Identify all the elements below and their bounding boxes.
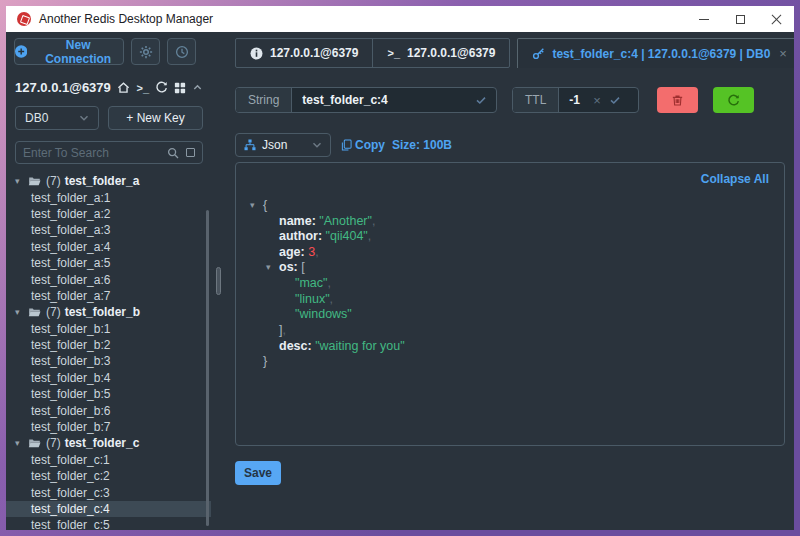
exact-match-checkbox[interactable] [186,148,195,157]
tree-key-item[interactable]: test_folder_c:3 [6,484,211,500]
json-token-string: "qii404" [326,229,368,243]
tree-folder-item[interactable]: ▾(7)test_folder_c [6,435,211,451]
tab-close-button[interactable]: × [779,46,787,61]
tab-label: test_folder_c:4 | 127.0.0.1@6379 | DB0 [552,47,770,61]
json-token-key: age [279,245,301,259]
folder-name: test_folder_c [65,436,140,450]
key-rename-confirm-button[interactable] [475,94,487,106]
json-token-key: author [279,229,318,243]
tree-key-item[interactable]: test_folder_c:2 [6,468,211,484]
tree-key-item[interactable]: test_folder_c:5 [6,517,211,530]
info-icon [250,47,263,60]
terminal-button[interactable]: >_ [136,82,149,94]
key-name-label: test_folder_a:4 [31,240,110,254]
json-token-comma: , [368,229,371,243]
collapse-all-button[interactable]: Collapse All [701,172,769,186]
key-name-label: test_folder_a:3 [31,223,110,237]
save-button[interactable]: Save [235,461,281,485]
chevron-down-icon [79,113,89,123]
key-name-label: test_folder_b:1 [31,322,110,336]
json-collapse-toggle-icon[interactable]: ▾ [250,198,263,214]
connection-header[interactable]: 127.0.0.1@6379 >_ [15,80,203,95]
copy-value-button[interactable]: Copy [341,138,385,152]
check-icon [475,94,487,106]
new-connection-button[interactable]: New Connection [14,38,124,65]
tree-folder-item[interactable]: ▾(7)test_folder_b [6,304,211,320]
json-line: desc: "waiting for you" [250,339,770,355]
new-key-button[interactable]: + New Key [108,106,203,130]
close-button[interactable] [758,6,794,32]
key-type-label: String [236,88,292,112]
ttl-clear-button[interactable]: × [593,94,601,107]
key-name-label: test_folder_c:3 [31,486,110,500]
tree-key-item[interactable]: test_folder_a:4 [6,239,211,255]
reload-key-button[interactable] [713,87,754,113]
ttl-input[interactable] [559,88,593,112]
caret-down-icon[interactable]: ▾ [15,307,28,317]
key-name-label: test_folder_b:4 [31,371,110,385]
tree-key-item[interactable]: test_folder_c:4 [6,501,211,517]
key-name-input[interactable] [292,88,475,112]
folder-name: test_folder_a [65,174,140,188]
json-token-comma: , [282,323,285,337]
collapse-connection-button[interactable] [192,82,203,93]
caret-down-icon[interactable]: ▾ [15,176,28,186]
minimize-icon [699,19,709,20]
sidebar-scrollbar-thumb[interactable] [206,210,209,526]
tree-key-item[interactable]: test_folder_b:2 [6,337,211,353]
settings-button[interactable] [131,38,160,65]
tree-key-item[interactable]: test_folder_c:1 [6,452,211,468]
tree-key-item[interactable]: test_folder_a:3 [6,222,211,238]
folder-icon [28,306,41,319]
minimize-button[interactable] [686,6,722,32]
grid-view-button[interactable] [174,82,186,94]
clock-icon [175,45,189,59]
json-token-string: "waiting for you" [315,339,404,353]
history-button[interactable] [167,38,196,65]
value-format-select[interactable]: Json [235,133,331,157]
json-token-key: desc [279,339,308,353]
titlebar: Another Redis Desktop Manager [6,6,794,32]
key-name-label: test_folder_c:2 [31,469,110,483]
tree-key-item[interactable]: test_folder_a:2 [6,206,211,222]
tab-connection-status[interactable]: 127.0.0.1@6379 [236,39,372,67]
search-input[interactable] [23,146,167,160]
ttl-confirm-button[interactable] [609,94,621,106]
tree-key-item[interactable]: test_folder_a:5 [6,255,211,271]
close-icon [771,14,782,25]
tree-key-item[interactable]: test_folder_b:6 [6,402,211,418]
tree-key-item[interactable]: test_folder_b:5 [6,386,211,402]
tab-cli[interactable]: >_ 127.0.0.1@6379 [372,39,509,67]
key-name-label: test_folder_b:7 [31,420,110,434]
tree-key-item[interactable]: test_folder_b:1 [6,321,211,337]
tree-folder-item[interactable]: ▾(7)test_folder_a [6,173,211,189]
splitter-drag-handle[interactable] [216,267,221,295]
json-token-string: "windows" [295,307,352,321]
key-name-label: test_folder_b:3 [31,354,110,368]
tree-key-item[interactable]: test_folder_a:1 [6,189,211,205]
tree-key-item[interactable]: test_folder_a:6 [6,271,211,287]
tab-key-detail[interactable]: test_folder_c:4 | 127.0.0.1@6379 | DB0 × [517,38,794,68]
key-name-field: String [235,87,497,113]
tree-key-item[interactable]: test_folder_b:3 [6,353,211,369]
caret-down-icon[interactable]: ▾ [15,438,28,448]
json-line: "windows" [250,307,770,323]
trash-icon [671,94,684,107]
json-token-punct: [ [301,261,304,275]
tree-key-item[interactable]: test_folder_b:4 [6,370,211,386]
db-select[interactable]: DB0 [15,106,99,130]
panel-splitter [211,32,227,530]
key-icon [532,47,545,60]
json-line: ▾{ [250,198,770,214]
sidebar: New Connection 127.0.0.1@6379 >_ [6,32,211,530]
tree-key-item[interactable]: test_folder_a:7 [6,288,211,304]
delete-key-button[interactable] [657,87,698,113]
json-token-comma: , [328,276,331,290]
home-button[interactable] [117,81,130,94]
refresh-button[interactable] [155,81,168,94]
json-line: name: "Another", [250,214,770,230]
tree-key-item[interactable]: test_folder_b:7 [6,419,211,435]
maximize-button[interactable] [722,6,758,32]
json-collapse-toggle-icon[interactable]: ▾ [266,260,279,276]
terminal-icon: >_ [387,47,400,59]
